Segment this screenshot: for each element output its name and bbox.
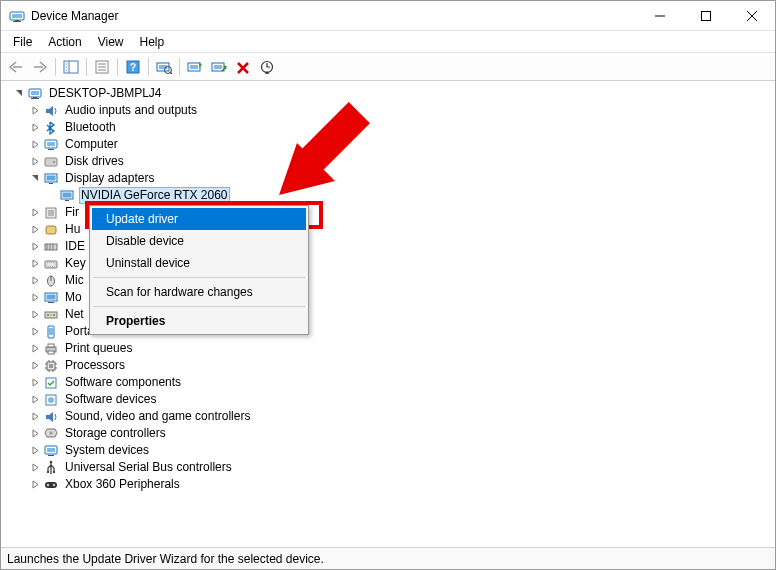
- svg-rect-38: [47, 175, 56, 180]
- menu-action[interactable]: Action: [40, 33, 89, 51]
- expand-collapse-twisty[interactable]: [27, 242, 43, 251]
- svg-rect-31: [31, 98, 39, 99]
- expand-collapse-twisty[interactable]: [27, 446, 43, 455]
- tree-leaf-display[interactable]: NVIDIA GeForce RTX 2060: [1, 187, 775, 204]
- statusbar: Launches the Update Driver Wizard for th…: [1, 547, 775, 569]
- display-icon: [43, 171, 59, 187]
- properties-button[interactable]: [91, 56, 113, 78]
- expand-collapse-twisty[interactable]: [27, 463, 43, 472]
- tree-item-label: NVIDIA GeForce RTX 2060: [79, 187, 230, 204]
- monitor-icon: [43, 290, 59, 306]
- minimize-button[interactable]: [637, 1, 683, 31]
- expand-collapse-twisty[interactable]: [27, 208, 43, 217]
- tree-item-label: Bluetooth: [63, 119, 118, 136]
- expand-collapse-twisty[interactable]: [27, 378, 43, 387]
- context-menu-item[interactable]: Properties: [92, 310, 306, 332]
- update-driver-toolbar-button[interactable]: [184, 56, 206, 78]
- tree-node-swcomp[interactable]: Software components: [1, 374, 775, 391]
- expand-collapse-twisty[interactable]: [27, 123, 43, 132]
- expand-collapse-twisty[interactable]: [27, 344, 43, 353]
- tree-item-label: Net: [63, 306, 86, 323]
- swcomp-icon: [43, 375, 59, 391]
- scan-hardware-button[interactable]: [153, 56, 175, 78]
- context-menu-item[interactable]: Update driver: [92, 208, 306, 230]
- expand-collapse-twisty[interactable]: [27, 480, 43, 489]
- tree-item-label: Sound, video and game controllers: [63, 408, 252, 425]
- tree-item-label: Mo: [63, 289, 84, 306]
- device-tree[interactable]: DESKTOP-JBMPLJ4Audio inputs and outputsB…: [1, 81, 775, 547]
- svg-rect-1: [12, 14, 22, 18]
- expand-collapse-twisty[interactable]: [27, 412, 43, 421]
- cpu-icon: [43, 358, 59, 374]
- statusbar-text: Launches the Update Driver Wizard for th…: [7, 552, 324, 566]
- expand-collapse-twisty[interactable]: [27, 157, 43, 166]
- svg-rect-3: [13, 21, 21, 22]
- tree-item-label: IDE: [63, 238, 87, 255]
- tree-node-swdev[interactable]: Software devices: [1, 391, 775, 408]
- disable-device-toolbar-button[interactable]: [208, 56, 230, 78]
- expand-collapse-twisty[interactable]: [27, 174, 43, 183]
- tree-node-computer[interactable]: Computer: [1, 136, 775, 153]
- maximize-button[interactable]: [683, 1, 729, 31]
- expand-collapse-twisty[interactable]: [27, 225, 43, 234]
- svg-rect-42: [65, 200, 69, 201]
- firmware-icon: [43, 205, 59, 221]
- expand-collapse-twisty[interactable]: [27, 429, 43, 438]
- svg-rect-66: [48, 344, 54, 347]
- tree-node-cpu[interactable]: Processors: [1, 357, 775, 374]
- tree-node-xbox[interactable]: Xbox 360 Peripherals: [1, 476, 775, 493]
- tree-node-audio[interactable]: Audio inputs and outputs: [1, 102, 775, 119]
- tree-node-storage[interactable]: Storage controllers: [1, 425, 775, 442]
- svg-rect-39: [49, 183, 53, 184]
- svg-rect-41: [63, 192, 72, 197]
- menu-help[interactable]: Help: [132, 33, 173, 51]
- svg-line-22: [170, 72, 172, 74]
- context-menu-item[interactable]: Uninstall device: [92, 252, 306, 274]
- tree-root[interactable]: DESKTOP-JBMPLJ4: [1, 85, 775, 102]
- tree-node-disk[interactable]: Disk drives: [1, 153, 775, 170]
- tree-item-label: Mic: [63, 272, 86, 289]
- tree-item-label: System devices: [63, 442, 151, 459]
- tree-node-sound[interactable]: Sound, video and game controllers: [1, 408, 775, 425]
- menu-view[interactable]: View: [90, 33, 132, 51]
- expand-collapse-twisty[interactable]: [27, 310, 43, 319]
- tree-node-usb[interactable]: Universal Serial Bus controllers: [1, 459, 775, 476]
- expand-collapse-twisty[interactable]: [27, 293, 43, 302]
- tree-item-label: Software components: [63, 374, 183, 391]
- context-menu-item[interactable]: Scan for hardware changes: [92, 281, 306, 303]
- menu-file[interactable]: File: [5, 33, 40, 51]
- expand-collapse-twisty[interactable]: [27, 327, 43, 336]
- expand-collapse-twisty[interactable]: [27, 259, 43, 268]
- expand-collapse-twisty[interactable]: [27, 276, 43, 285]
- tree-item-label: Processors: [63, 357, 127, 374]
- svg-rect-83: [47, 448, 55, 452]
- storage-icon: [43, 426, 59, 442]
- uninstall-device-toolbar-button[interactable]: [232, 56, 254, 78]
- network-icon: [43, 307, 59, 323]
- toolbar-separator: [55, 58, 56, 76]
- tree-node-display[interactable]: Display adapters: [1, 170, 775, 187]
- disk-icon: [43, 154, 59, 170]
- sound-icon: [43, 409, 59, 425]
- toolbar-separator: [148, 58, 149, 76]
- help-button[interactable]: ?: [122, 56, 144, 78]
- app-icon: [9, 8, 25, 24]
- expand-collapse-twisty[interactable]: [27, 361, 43, 370]
- tree-node-bluetooth[interactable]: Bluetooth: [1, 119, 775, 136]
- expand-collapse-twisty[interactable]: [11, 89, 27, 98]
- expand-collapse-twisty[interactable]: [27, 395, 43, 404]
- legacy-hardware-button[interactable]: [256, 56, 278, 78]
- toolbar-separator: [179, 58, 180, 76]
- svg-rect-5: [702, 12, 711, 21]
- tree-node-system[interactable]: System devices: [1, 442, 775, 459]
- context-menu-item[interactable]: Disable device: [92, 230, 306, 252]
- expand-collapse-twisty[interactable]: [27, 140, 43, 149]
- expand-collapse-twisty[interactable]: [27, 106, 43, 115]
- svg-point-81: [50, 431, 53, 434]
- tree-item-label: Universal Serial Bus controllers: [63, 459, 234, 476]
- context-menu-separator: [93, 306, 305, 307]
- show-hide-console-tree-button[interactable]: [60, 56, 82, 78]
- tree-item-label: Print queues: [63, 340, 134, 357]
- close-button[interactable]: [729, 1, 775, 31]
- tree-node-printer[interactable]: Print queues: [1, 340, 775, 357]
